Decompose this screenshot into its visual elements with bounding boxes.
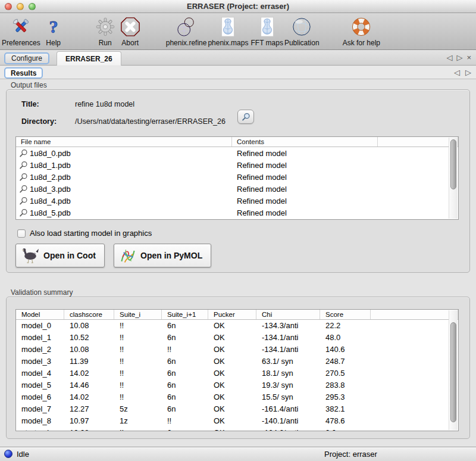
file-table-scroll-thumb[interactable] bbox=[450, 139, 456, 189]
toolbar-button-preferences[interactable]: Preferences bbox=[2, 15, 40, 47]
validation-row[interactable]: model_810.971z!!OK-140.1/anti478.6 bbox=[16, 415, 458, 427]
validation-row[interactable]: model_614.02!!6nOK15.5/ syn295.3 bbox=[16, 391, 458, 403]
validation-column-header[interactable]: clashscore bbox=[64, 310, 114, 319]
toolbar-button-fft-maps[interactable]: FFT maps bbox=[250, 15, 283, 47]
validation-cell: model_6 bbox=[16, 391, 64, 403]
file-row[interactable]: 1u8d_3.pdbRefined model bbox=[16, 183, 458, 195]
validation-row[interactable]: start_min10.08!!6nOK-134.3/anti0.0 bbox=[16, 427, 458, 431]
validation-cell: 10.08 bbox=[64, 427, 114, 431]
validation-cell: -134.3/anti bbox=[256, 320, 320, 332]
validation-row[interactable]: model_514.46!!6nOK19.3/ syn283.8 bbox=[16, 379, 458, 391]
file-row[interactable]: 1u8d_4.pdbRefined model bbox=[16, 195, 458, 207]
validation-column-header[interactable]: Score bbox=[320, 310, 371, 319]
validation-row[interactable]: model_311.39!!6nOK63.1/ syn248.7 bbox=[16, 356, 458, 367]
toolbar-button-label: phenix.maps bbox=[208, 39, 248, 47]
load-starting-model-option: Also load starting model in graphics bbox=[17, 229, 152, 238]
file-table-scrollbar[interactable] bbox=[449, 138, 458, 219]
validation-row[interactable]: model_110.52!!6nOK-134.1/anti48.0 bbox=[16, 332, 458, 344]
file-row[interactable]: 1u8d_5.pdbRefined model bbox=[16, 207, 458, 219]
file-name: 1u8d_0.pdb bbox=[30, 149, 232, 158]
validation-cell: 248.7 bbox=[320, 356, 371, 367]
validation-table-header: ModelclashscoreSuite_iSuite_i+1PuckerChi… bbox=[16, 310, 458, 320]
window-title: ERRASER (Project: erraser) bbox=[187, 2, 289, 11]
validation-cell: 6n bbox=[162, 356, 208, 367]
browse-directory-button[interactable] bbox=[237, 110, 254, 124]
lifering-icon bbox=[350, 15, 372, 38]
file-contents: Refined model bbox=[237, 173, 287, 182]
subtab-scroll-left-icon[interactable]: ◁ bbox=[454, 68, 460, 77]
file-row[interactable]: 1u8d_0.pdbRefined model bbox=[16, 147, 458, 159]
tab-scroll-left-icon[interactable]: ◁ bbox=[446, 53, 452, 63]
validation-column-header[interactable]: Suite_i bbox=[114, 310, 162, 319]
pymol-ribbon-icon bbox=[119, 247, 137, 264]
toolbar-button-label: Help bbox=[46, 39, 61, 47]
file-row[interactable]: 1u8d_1.pdbRefined model bbox=[16, 159, 458, 171]
directory-field-label: Directory: bbox=[21, 117, 57, 126]
title-bar: ERRASER (Project: erraser) bbox=[0, 0, 476, 13]
validation-column-header[interactable]: Model bbox=[16, 310, 64, 319]
minimize-window-icon[interactable] bbox=[17, 3, 24, 10]
validation-cell: !! bbox=[114, 356, 162, 367]
toolbar-button-publication[interactable]: Publication bbox=[284, 15, 320, 47]
toolbar-button-phenix-maps[interactable]: phenix.maps bbox=[208, 15, 248, 47]
validation-table-scroll-thumb[interactable] bbox=[450, 322, 456, 422]
tab-scroll-right-icon[interactable]: ▷ bbox=[456, 53, 462, 63]
project-label: Project: erraser bbox=[324, 450, 377, 459]
validation-summary-group: ModelclashscoreSuite_iSuite_i+1PuckerChi… bbox=[6, 297, 470, 439]
zoom-window-icon[interactable] bbox=[29, 3, 36, 10]
validation-column-header[interactable]: Chi bbox=[256, 310, 320, 319]
tab-configure[interactable]: Configure bbox=[4, 52, 49, 64]
validation-row[interactable]: model_010.08!!6nOK-134.3/anti22.2 bbox=[16, 320, 458, 332]
magnifier-icon bbox=[19, 197, 29, 205]
validation-cell: model_8 bbox=[16, 415, 64, 427]
toolbar-button-run[interactable]: Run bbox=[95, 15, 116, 47]
validation-row[interactable]: model_712.275z6nOK-161.4/anti382.1 bbox=[16, 403, 458, 415]
output-files-group: Title: refine 1u8d model Directory: /Use… bbox=[6, 89, 470, 273]
load-starting-model-checkbox[interactable] bbox=[17, 229, 26, 238]
open-in-pymol-button[interactable]: Open in PyMOL bbox=[114, 244, 211, 267]
toolbar-button-label: Run bbox=[99, 39, 112, 47]
validation-column-header[interactable]: Suite_i+1 bbox=[162, 310, 208, 319]
contents-column-header[interactable]: Contents bbox=[232, 137, 378, 147]
validation-cell: 0.0 bbox=[320, 427, 371, 431]
validation-cell: 6n bbox=[162, 367, 208, 379]
subtab-scroll-right-icon[interactable]: ▷ bbox=[465, 68, 471, 77]
file-name: 1u8d_4.pdb bbox=[30, 197, 232, 205]
toolbar-button-ask-for-help[interactable]: Ask for help bbox=[343, 15, 380, 47]
validation-summary-group-label: Validation summary bbox=[11, 288, 73, 297]
toolbar-button-abort[interactable]: Abort bbox=[120, 15, 141, 47]
tab-results[interactable]: Results bbox=[4, 67, 43, 79]
validation-column-header[interactable]: Pucker bbox=[208, 310, 256, 319]
validation-cell: model_5 bbox=[16, 379, 64, 391]
validation-row[interactable]: model_210.08!!!!OK-134.1/anti140.6 bbox=[16, 344, 458, 356]
toolbar-button-phenix-refine[interactable]: phenix.refine bbox=[166, 15, 207, 47]
tab-close-icon[interactable]: × bbox=[466, 53, 471, 63]
empty-column-header bbox=[378, 137, 458, 147]
file-row[interactable]: 1u8d_6.pdbRefined model bbox=[16, 219, 458, 220]
file-name-column-header[interactable]: File name bbox=[16, 137, 232, 147]
map-mesh-icon bbox=[217, 15, 239, 38]
validation-cell: 10.08 bbox=[64, 320, 114, 332]
status-indicator-icon bbox=[4, 450, 12, 458]
validation-cell: 14.46 bbox=[64, 379, 114, 391]
validation-cell: !! bbox=[162, 415, 208, 427]
validation-cell: -140.1/anti bbox=[256, 415, 320, 427]
file-table-header: File name Contents bbox=[16, 137, 458, 147]
validation-cell: model_4 bbox=[16, 367, 64, 379]
validation-table-scrollbar[interactable] bbox=[449, 310, 458, 430]
directory-field-value: /Users/nat/data/testing/erraser/ERRASER_… bbox=[75, 117, 226, 126]
validation-row[interactable]: model_414.02!!6nOK18.1/ syn270.5 bbox=[16, 367, 458, 379]
output-files-group-label: Output files bbox=[11, 81, 47, 89]
validation-cell: 48.0 bbox=[320, 332, 371, 344]
magnifier-icon bbox=[19, 185, 29, 194]
tab-erraser-26[interactable]: ERRASER_26 bbox=[57, 51, 121, 66]
file-row[interactable]: 1u8d_2.pdbRefined model bbox=[16, 171, 458, 183]
open-in-coot-button[interactable]: Open in Coot bbox=[15, 244, 105, 267]
validation-cell: 10.97 bbox=[64, 415, 114, 427]
validation-cell: 22.2 bbox=[320, 320, 371, 332]
validation-cell: 10.08 bbox=[64, 344, 114, 356]
toolbar-button-help[interactable]: ? Help bbox=[43, 15, 64, 47]
file-name: 1u8d_5.pdb bbox=[30, 208, 232, 217]
close-window-icon[interactable] bbox=[5, 3, 12, 10]
validation-cell: 6n bbox=[162, 391, 208, 403]
